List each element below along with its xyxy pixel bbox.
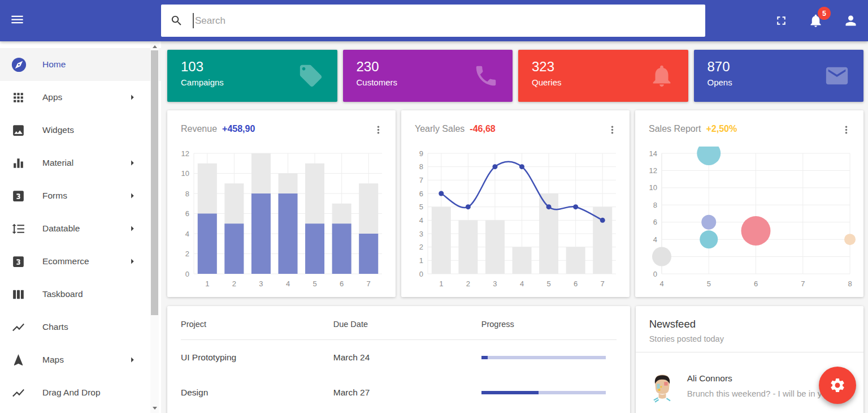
apps-grid-icon <box>11 91 27 105</box>
chart-card-yearly-sales: Yearly Sales-46,6801234567891234567 <box>401 110 630 297</box>
sidebar-item-material[interactable]: Material <box>0 147 161 179</box>
sidebar-item-datatable[interactable]: Datatable <box>0 212 161 245</box>
person-icon <box>843 13 858 28</box>
cell-progress <box>481 375 617 410</box>
more-vert-icon <box>606 124 618 136</box>
svg-text:4: 4 <box>659 279 663 288</box>
scrollbar-down-arrow[interactable] <box>150 404 159 412</box>
line-chart-icon <box>11 320 27 334</box>
svg-text:5: 5 <box>707 279 711 288</box>
stat-card-opens: 870Opens <box>694 50 864 102</box>
looks-3-icon <box>11 255 27 269</box>
chevron-right-icon <box>126 157 138 169</box>
yearly-sales-chart: 01234567891234567 <box>406 147 624 292</box>
sidebar-item-label: Material <box>42 158 73 168</box>
line-chart-icon <box>11 320 25 334</box>
tag-icon <box>298 63 324 89</box>
hamburger-menu-button[interactable] <box>10 12 25 29</box>
progress-bar <box>481 391 606 394</box>
sidebar-nav: HomeAppsWidgetsMaterialFormsDatatableEco… <box>0 41 161 409</box>
svg-text:4: 4 <box>185 230 189 238</box>
fullscreen-icon <box>774 14 788 28</box>
sidebar-item-drag-and-drop[interactable]: Drag And Drop <box>0 376 161 409</box>
chart-title: Sales Report <box>649 124 701 134</box>
scrollbar-up-arrow[interactable] <box>150 42 159 50</box>
svg-text:8: 8 <box>185 190 189 198</box>
gear-icon <box>829 377 846 394</box>
svg-text:1: 1 <box>439 279 443 288</box>
svg-text:7: 7 <box>601 279 605 288</box>
bell-icon <box>649 63 675 89</box>
table-row: DesignMarch 27 <box>181 375 617 410</box>
account-button[interactable] <box>843 13 858 28</box>
looks-3-icon <box>11 255 25 269</box>
sidebar-item-ecommerce[interactable]: Ecommerce <box>0 245 161 278</box>
chart-card-sales-report: Sales Report+2,50%0246810121445678 <box>635 110 863 297</box>
sidebar-item-maps[interactable]: Maps <box>0 343 161 376</box>
progress-bar-fill <box>481 391 539 394</box>
search-input[interactable] <box>194 15 696 27</box>
svg-text:14: 14 <box>649 149 657 158</box>
stat-cards-row: 103Campaigns230Customers323Queries870Ope… <box>167 50 863 102</box>
cell-due-date: March 27 <box>333 375 481 410</box>
fullscreen-button[interactable] <box>774 14 788 28</box>
line-chart-icon <box>11 386 25 400</box>
svg-text:7: 7 <box>801 279 805 288</box>
sidebar-item-label: Forms <box>42 191 67 201</box>
columns-icon <box>11 287 25 302</box>
svg-text:1: 1 <box>419 256 423 265</box>
svg-text:7: 7 <box>419 176 423 184</box>
notifications-button[interactable]: 5 <box>808 13 823 28</box>
person-icon <box>843 13 858 28</box>
cell-project: UI Prototyping <box>181 340 333 376</box>
line-spacing-icon <box>11 222 25 236</box>
fullscreen-icon <box>774 14 788 28</box>
stat-card-customers: 230Customers <box>343 50 513 102</box>
svg-text:6: 6 <box>419 190 423 198</box>
table-header-due-date: Due Date <box>333 306 481 340</box>
scrollbar-thumb[interactable] <box>151 50 158 315</box>
sidebar-item-label: Taskboard <box>42 289 83 299</box>
sidebar-item-taskboard[interactable]: Taskboard <box>0 278 161 311</box>
chevron-right-icon <box>126 190 138 202</box>
topbar-actions: 5 <box>774 0 858 41</box>
svg-text:4: 4 <box>653 235 657 244</box>
notification-badge: 5 <box>818 7 831 20</box>
settings-fab[interactable] <box>819 367 856 404</box>
line-chart-icon <box>11 386 27 400</box>
sidebar-item-label: Home <box>42 59 66 70</box>
sidebar-item-label: Ecommerce <box>42 256 89 266</box>
chart-menu-button[interactable] <box>837 121 856 139</box>
sidebar-item-forms[interactable]: Forms <box>0 179 161 212</box>
svg-text:12: 12 <box>649 166 657 175</box>
sidebar-item-widgets[interactable]: Widgets <box>0 114 161 147</box>
svg-text:2: 2 <box>185 249 189 258</box>
chart-delta: +2,50% <box>706 124 737 134</box>
avatar <box>649 373 675 407</box>
svg-text:3: 3 <box>259 279 263 288</box>
email-icon <box>824 63 850 89</box>
cell-progress <box>481 340 617 376</box>
sidebar-item-charts[interactable]: Charts <box>0 311 161 343</box>
revenue-chart: 0246810121234567 <box>172 147 390 292</box>
sidebar-item-label: Charts <box>42 322 68 332</box>
projects-table-card: ProjectDue DateProgress UI PrototypingMa… <box>167 306 630 413</box>
sidebar: HomeAppsWidgetsMaterialFormsDatatableEco… <box>0 41 161 413</box>
topbar: 5 <box>0 0 868 41</box>
sidebar-item-label: Maps <box>42 355 64 365</box>
chart-menu-button[interactable] <box>369 121 388 139</box>
chart-title: Yearly Sales <box>415 124 465 134</box>
svg-text:2: 2 <box>419 243 423 251</box>
search-box <box>161 5 705 37</box>
phone-icon <box>473 63 499 89</box>
svg-text:8: 8 <box>419 162 423 171</box>
svg-text:10: 10 <box>181 169 189 178</box>
chevron-right-icon <box>126 157 138 169</box>
sidebar-item-home[interactable]: Home <box>0 48 161 81</box>
chart-menu-button[interactable] <box>603 121 622 139</box>
chevron-right-icon <box>126 222 138 235</box>
chart-header: Revenue+458,90 <box>167 110 396 134</box>
svg-text:0: 0 <box>419 270 423 278</box>
cell-due-date: March 24 <box>333 340 481 376</box>
sidebar-item-apps[interactable]: Apps <box>0 81 161 114</box>
